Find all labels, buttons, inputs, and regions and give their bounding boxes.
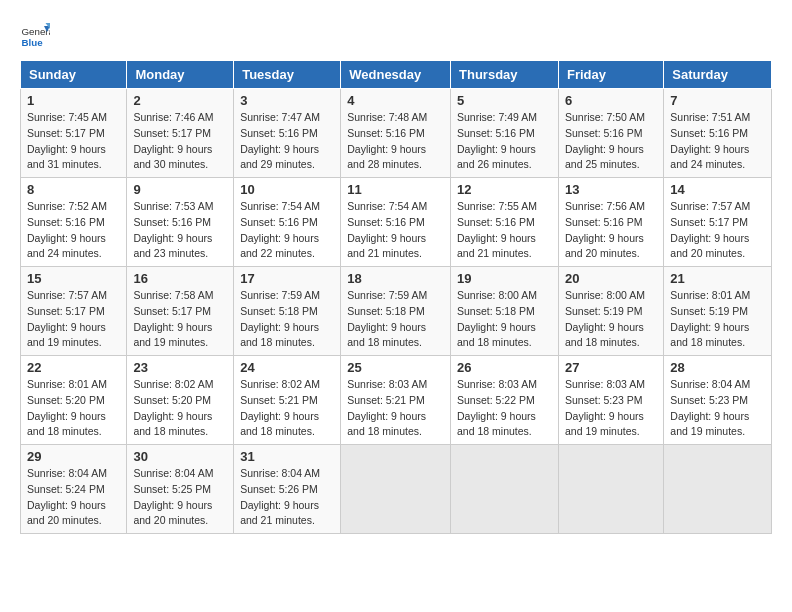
day-info: Sunrise: 7:54 AMSunset: 5:16 PMDaylight:… (347, 199, 444, 262)
calendar-cell (341, 445, 451, 534)
day-number: 30 (133, 449, 227, 464)
calendar-cell: 22Sunrise: 8:01 AMSunset: 5:20 PMDayligh… (21, 356, 127, 445)
calendar-cell: 30Sunrise: 8:04 AMSunset: 5:25 PMDayligh… (127, 445, 234, 534)
calendar-cell: 12Sunrise: 7:55 AMSunset: 5:16 PMDayligh… (451, 178, 559, 267)
day-info: Sunrise: 7:49 AMSunset: 5:16 PMDaylight:… (457, 110, 552, 173)
calendar-table: SundayMondayTuesdayWednesdayThursdayFrid… (20, 60, 772, 534)
calendar-cell: 5Sunrise: 7:49 AMSunset: 5:16 PMDaylight… (451, 89, 559, 178)
column-header-tuesday: Tuesday (234, 61, 341, 89)
day-info: Sunrise: 7:52 AMSunset: 5:16 PMDaylight:… (27, 199, 120, 262)
day-info: Sunrise: 7:56 AMSunset: 5:16 PMDaylight:… (565, 199, 657, 262)
calendar-cell: 23Sunrise: 8:02 AMSunset: 5:20 PMDayligh… (127, 356, 234, 445)
day-info: Sunrise: 8:04 AMSunset: 5:26 PMDaylight:… (240, 466, 334, 529)
calendar-cell (451, 445, 559, 534)
calendar-cell: 17Sunrise: 7:59 AMSunset: 5:18 PMDayligh… (234, 267, 341, 356)
calendar-cell: 29Sunrise: 8:04 AMSunset: 5:24 PMDayligh… (21, 445, 127, 534)
day-number: 5 (457, 93, 552, 108)
day-number: 9 (133, 182, 227, 197)
day-info: Sunrise: 7:47 AMSunset: 5:16 PMDaylight:… (240, 110, 334, 173)
week-row-5: 29Sunrise: 8:04 AMSunset: 5:24 PMDayligh… (21, 445, 772, 534)
day-info: Sunrise: 8:01 AMSunset: 5:19 PMDaylight:… (670, 288, 765, 351)
calendar-cell: 27Sunrise: 8:03 AMSunset: 5:23 PMDayligh… (558, 356, 663, 445)
week-row-4: 22Sunrise: 8:01 AMSunset: 5:20 PMDayligh… (21, 356, 772, 445)
day-info: Sunrise: 7:54 AMSunset: 5:16 PMDaylight:… (240, 199, 334, 262)
day-number: 8 (27, 182, 120, 197)
day-number: 13 (565, 182, 657, 197)
week-row-2: 8Sunrise: 7:52 AMSunset: 5:16 PMDaylight… (21, 178, 772, 267)
calendar-cell: 3Sunrise: 7:47 AMSunset: 5:16 PMDaylight… (234, 89, 341, 178)
column-header-sunday: Sunday (21, 61, 127, 89)
calendar-cell: 8Sunrise: 7:52 AMSunset: 5:16 PMDaylight… (21, 178, 127, 267)
day-info: Sunrise: 7:46 AMSunset: 5:17 PMDaylight:… (133, 110, 227, 173)
day-info: Sunrise: 7:48 AMSunset: 5:16 PMDaylight:… (347, 110, 444, 173)
calendar-cell: 4Sunrise: 7:48 AMSunset: 5:16 PMDaylight… (341, 89, 451, 178)
header-row: SundayMondayTuesdayWednesdayThursdayFrid… (21, 61, 772, 89)
calendar-cell: 15Sunrise: 7:57 AMSunset: 5:17 PMDayligh… (21, 267, 127, 356)
day-info: Sunrise: 7:53 AMSunset: 5:16 PMDaylight:… (133, 199, 227, 262)
week-row-3: 15Sunrise: 7:57 AMSunset: 5:17 PMDayligh… (21, 267, 772, 356)
day-info: Sunrise: 8:04 AMSunset: 5:25 PMDaylight:… (133, 466, 227, 529)
day-info: Sunrise: 7:55 AMSunset: 5:16 PMDaylight:… (457, 199, 552, 262)
calendar-cell: 1Sunrise: 7:45 AMSunset: 5:17 PMDaylight… (21, 89, 127, 178)
day-info: Sunrise: 8:00 AMSunset: 5:18 PMDaylight:… (457, 288, 552, 351)
day-info: Sunrise: 7:50 AMSunset: 5:16 PMDaylight:… (565, 110, 657, 173)
svg-text:Blue: Blue (22, 37, 44, 48)
day-info: Sunrise: 8:04 AMSunset: 5:23 PMDaylight:… (670, 377, 765, 440)
day-info: Sunrise: 8:03 AMSunset: 5:22 PMDaylight:… (457, 377, 552, 440)
day-number: 27 (565, 360, 657, 375)
day-number: 7 (670, 93, 765, 108)
day-number: 31 (240, 449, 334, 464)
calendar-cell: 9Sunrise: 7:53 AMSunset: 5:16 PMDaylight… (127, 178, 234, 267)
calendar-cell: 14Sunrise: 7:57 AMSunset: 5:17 PMDayligh… (664, 178, 772, 267)
day-info: Sunrise: 7:59 AMSunset: 5:18 PMDaylight:… (347, 288, 444, 351)
day-number: 28 (670, 360, 765, 375)
day-number: 22 (27, 360, 120, 375)
day-number: 16 (133, 271, 227, 286)
calendar-cell: 18Sunrise: 7:59 AMSunset: 5:18 PMDayligh… (341, 267, 451, 356)
column-header-monday: Monday (127, 61, 234, 89)
calendar-cell: 11Sunrise: 7:54 AMSunset: 5:16 PMDayligh… (341, 178, 451, 267)
calendar-cell: 10Sunrise: 7:54 AMSunset: 5:16 PMDayligh… (234, 178, 341, 267)
day-info: Sunrise: 8:02 AMSunset: 5:20 PMDaylight:… (133, 377, 227, 440)
week-row-1: 1Sunrise: 7:45 AMSunset: 5:17 PMDaylight… (21, 89, 772, 178)
column-header-saturday: Saturday (664, 61, 772, 89)
calendar-cell: 28Sunrise: 8:04 AMSunset: 5:23 PMDayligh… (664, 356, 772, 445)
calendar-cell (664, 445, 772, 534)
logo-icon: General Blue (20, 20, 50, 50)
day-number: 15 (27, 271, 120, 286)
day-info: Sunrise: 8:02 AMSunset: 5:21 PMDaylight:… (240, 377, 334, 440)
calendar-cell (558, 445, 663, 534)
day-info: Sunrise: 7:58 AMSunset: 5:17 PMDaylight:… (133, 288, 227, 351)
day-info: Sunrise: 8:01 AMSunset: 5:20 PMDaylight:… (27, 377, 120, 440)
day-number: 14 (670, 182, 765, 197)
day-number: 2 (133, 93, 227, 108)
logo: General Blue (20, 20, 50, 50)
day-info: Sunrise: 8:03 AMSunset: 5:21 PMDaylight:… (347, 377, 444, 440)
day-number: 20 (565, 271, 657, 286)
calendar-cell: 25Sunrise: 8:03 AMSunset: 5:21 PMDayligh… (341, 356, 451, 445)
day-number: 21 (670, 271, 765, 286)
day-info: Sunrise: 7:45 AMSunset: 5:17 PMDaylight:… (27, 110, 120, 173)
day-number: 4 (347, 93, 444, 108)
calendar-cell: 31Sunrise: 8:04 AMSunset: 5:26 PMDayligh… (234, 445, 341, 534)
column-header-wednesday: Wednesday (341, 61, 451, 89)
day-number: 1 (27, 93, 120, 108)
day-info: Sunrise: 7:59 AMSunset: 5:18 PMDaylight:… (240, 288, 334, 351)
day-info: Sunrise: 8:00 AMSunset: 5:19 PMDaylight:… (565, 288, 657, 351)
day-info: Sunrise: 8:04 AMSunset: 5:24 PMDaylight:… (27, 466, 120, 529)
day-number: 23 (133, 360, 227, 375)
calendar-cell: 24Sunrise: 8:02 AMSunset: 5:21 PMDayligh… (234, 356, 341, 445)
day-number: 12 (457, 182, 552, 197)
day-number: 26 (457, 360, 552, 375)
day-number: 11 (347, 182, 444, 197)
day-number: 29 (27, 449, 120, 464)
day-info: Sunrise: 8:03 AMSunset: 5:23 PMDaylight:… (565, 377, 657, 440)
calendar-cell: 21Sunrise: 8:01 AMSunset: 5:19 PMDayligh… (664, 267, 772, 356)
calendar-cell: 7Sunrise: 7:51 AMSunset: 5:16 PMDaylight… (664, 89, 772, 178)
calendar-cell: 6Sunrise: 7:50 AMSunset: 5:16 PMDaylight… (558, 89, 663, 178)
column-header-friday: Friday (558, 61, 663, 89)
day-number: 25 (347, 360, 444, 375)
day-number: 3 (240, 93, 334, 108)
calendar-cell: 2Sunrise: 7:46 AMSunset: 5:17 PMDaylight… (127, 89, 234, 178)
calendar-cell: 19Sunrise: 8:00 AMSunset: 5:18 PMDayligh… (451, 267, 559, 356)
